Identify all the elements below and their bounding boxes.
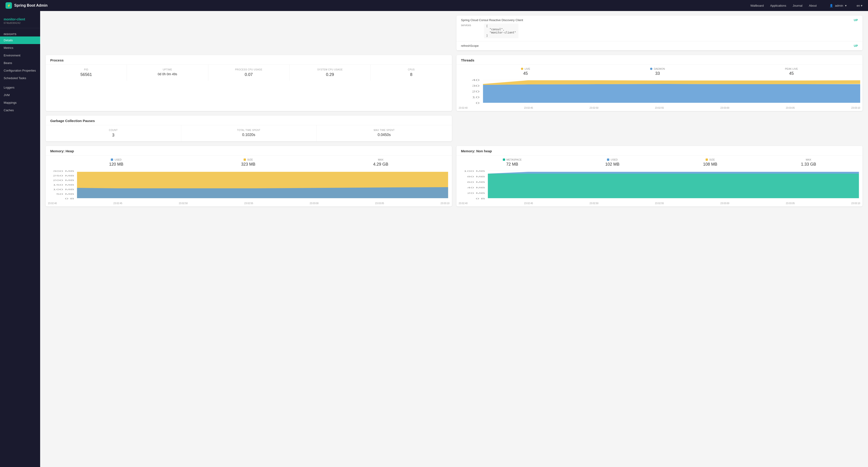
- sidebar-item-metrics[interactable]: Metrics: [0, 44, 40, 52]
- pid-value: 56561: [48, 72, 125, 77]
- threads-x-5: 23:03:05: [786, 107, 795, 109]
- pid-cell: PID 56561: [45, 65, 127, 81]
- heap-size-dot: [244, 158, 246, 161]
- user-menu[interactable]: 👤 admin ▾: [830, 4, 846, 7]
- memory-heap-card: Memory: Heap USED 120 MB SIZE: [45, 146, 452, 207]
- heap-x-3: 23:02:55: [244, 202, 253, 205]
- nonheap-size-legend: SIZE 108 MB: [703, 158, 717, 167]
- uptime-label: UPTIME: [129, 68, 206, 71]
- gc-total-value: 0.1020s: [183, 133, 315, 137]
- heap-x-labels: 23:02:40 23:02:45 23:02:50 23:02:55 23:0…: [48, 201, 450, 205]
- peak-label: PEAK LIVE: [785, 67, 798, 70]
- sidebar-item-mappings[interactable]: Mappings: [0, 99, 40, 106]
- svg-marker-40: [488, 174, 859, 198]
- heap-size-dot-row: SIZE: [244, 158, 253, 161]
- uptime-value: 0d 0h 0m 49s: [129, 72, 206, 76]
- username: admin: [835, 4, 843, 7]
- memory-heap-title: Memory: Heap: [45, 146, 452, 156]
- live-dot-row: LIVE: [521, 67, 530, 70]
- threads-daemon-legend: DAEMON 33: [650, 67, 665, 76]
- sidebar: monitor-client 674bd9384242 Insights Det…: [0, 11, 40, 467]
- consul-section: Spring Cloud Consul Reactive Discovery C…: [457, 15, 863, 41]
- top-grid: Spring Cloud Consul Reactive Discovery C…: [45, 15, 863, 55]
- consul-services-key: services: [461, 24, 484, 38]
- memory-nonheap-title: Memory: Non heap: [457, 146, 863, 156]
- nav-applications[interactable]: Applications: [770, 4, 786, 7]
- uptime-cell: UPTIME 0d 0h 0m 49s: [127, 65, 208, 81]
- sidebar-item-caches-label: Caches: [4, 108, 14, 112]
- heap-used-dot: [111, 158, 113, 161]
- heap-chart: 300 MB 250 MB 200 MB 150 MB 100 MB 50 MB…: [48, 169, 450, 201]
- sidebar-item-jvm-label: JVM: [4, 93, 10, 97]
- heap-x-4: 23:03:00: [310, 202, 319, 205]
- nonheap-meta-legend: METASPACE 72 MB: [503, 158, 522, 167]
- nav-wallboard[interactable]: Wallboard: [750, 4, 764, 7]
- brand: ⚡ Spring Boot Admin: [5, 2, 750, 9]
- svg-marker-10: [483, 84, 860, 103]
- threads-x-3: 23:02:55: [655, 107, 664, 109]
- threads-title: Threads: [457, 55, 863, 65]
- heap-size-label: SIZE: [247, 158, 253, 161]
- topnav: ⚡ Spring Boot Admin Wallboard Applicatio…: [0, 0, 868, 11]
- nav-journal[interactable]: Journal: [793, 4, 802, 7]
- heap-x-0: 23:02:40: [48, 202, 57, 205]
- sidebar-item-caches[interactable]: Caches: [0, 106, 40, 114]
- sidebar-item-config[interactable]: Configuration Properties: [0, 67, 40, 74]
- threads-x-6: 23:03:10: [851, 107, 860, 109]
- nonheap-x-0: 23:02:40: [459, 202, 468, 205]
- live-value: 45: [523, 71, 528, 76]
- nonheap-max-legend: MAX 1.33 GB: [801, 158, 816, 167]
- gc-total-cell: TOTAL TIME SPENT 0.1020s: [181, 125, 317, 141]
- heap-chart-container: 300 MB 250 MB 200 MB 150 MB 100 MB 50 MB…: [45, 169, 452, 207]
- threads-x-labels: 23:02:40 23:02:45 23:02:50 23:02:55 23:0…: [459, 106, 861, 109]
- gc-row: Garbage Collection Pauses COUNT 3 TOTAL …: [45, 116, 863, 146]
- threads-peak-legend: PEAK LIVE 45: [785, 67, 798, 76]
- svg-text:80 MB: 80 MB: [467, 176, 485, 178]
- nonheap-max-value: 1.33 GB: [801, 162, 816, 167]
- process-card: Process PID 56561 UPTIME 0d 0h 0m 49s PR…: [45, 55, 452, 111]
- health-card-consul: Spring Cloud Consul Reactive Discovery C…: [457, 15, 863, 51]
- main-layout: monitor-client 674bd9384242 Insights Det…: [0, 11, 868, 467]
- sidebar-item-mappings-label: Mappings: [4, 101, 17, 104]
- heap-x-6: 23:03:10: [441, 202, 450, 205]
- svg-text:0 B: 0 B: [65, 197, 74, 200]
- process-threads-grid: Process PID 56561 UPTIME 0d 0h 0m 49s PR…: [45, 55, 863, 116]
- threads-chart-container: 40 30 20 10 0: [457, 79, 863, 111]
- gc-total-label: TOTAL TIME SPENT: [183, 129, 315, 131]
- sidebar-item-scheduled[interactable]: Scheduled Tasks: [0, 74, 40, 82]
- sidebar-item-scheduled-label: Scheduled Tasks: [4, 76, 26, 80]
- lang-menu[interactable]: en ▾: [857, 4, 863, 7]
- lang-chevron-icon: ▾: [861, 4, 863, 7]
- gc-max-value: 0.0450s: [318, 133, 450, 137]
- svg-text:0 B: 0 B: [475, 197, 485, 200]
- daemon-dot: [650, 68, 652, 70]
- nav-about[interactable]: About: [809, 4, 817, 7]
- memory-nonheap-legend: METASPACE 72 MB USED 102 MB: [457, 156, 863, 169]
- sidebar-item-details[interactable]: Details: [0, 36, 40, 44]
- nonheap-x-3: 23:02:55: [655, 202, 664, 205]
- heap-used-label: USED: [115, 158, 122, 161]
- heap-used-dot-row: USED: [111, 158, 122, 161]
- svg-text:10: 10: [472, 96, 479, 99]
- nonheap-used-dot-row: USED: [607, 158, 618, 161]
- sidebar-item-details-label: Details: [4, 38, 13, 42]
- refresh-section: refreshScope UP: [457, 41, 863, 51]
- memory-heap-legend: USED 120 MB SIZE 323 MB MAX: [45, 156, 452, 169]
- sidebar-item-config-label: Configuration Properties: [4, 69, 36, 72]
- live-dot: [521, 68, 523, 70]
- gc-count-cell: COUNT 3: [45, 125, 181, 141]
- gc-max-label: MAX TIME SPENT: [318, 129, 450, 131]
- heap-max-dot-row: MAX: [378, 158, 383, 161]
- sidebar-item-environment-label: Environment: [4, 54, 21, 57]
- nonheap-size-dot: [706, 158, 708, 161]
- topnav-links: Wallboard Applications Journal About 👤 a…: [750, 4, 863, 7]
- heap-x-2: 23:02:50: [179, 202, 188, 205]
- sidebar-item-loggers-label: Loggers: [4, 86, 14, 89]
- threads-x-2: 23:02:50: [590, 107, 598, 109]
- nonheap-chart-container: 100 MB 80 MB 60 MB 40 MB 20 MB 0 B: [457, 169, 863, 207]
- sidebar-item-jvm[interactable]: JVM: [0, 91, 40, 99]
- sidebar-item-beans[interactable]: Beans: [0, 59, 40, 67]
- threads-live-legend: LIVE 45: [521, 67, 530, 76]
- sidebar-item-environment[interactable]: Environment: [0, 52, 40, 59]
- sidebar-item-loggers[interactable]: Loggers: [0, 84, 40, 91]
